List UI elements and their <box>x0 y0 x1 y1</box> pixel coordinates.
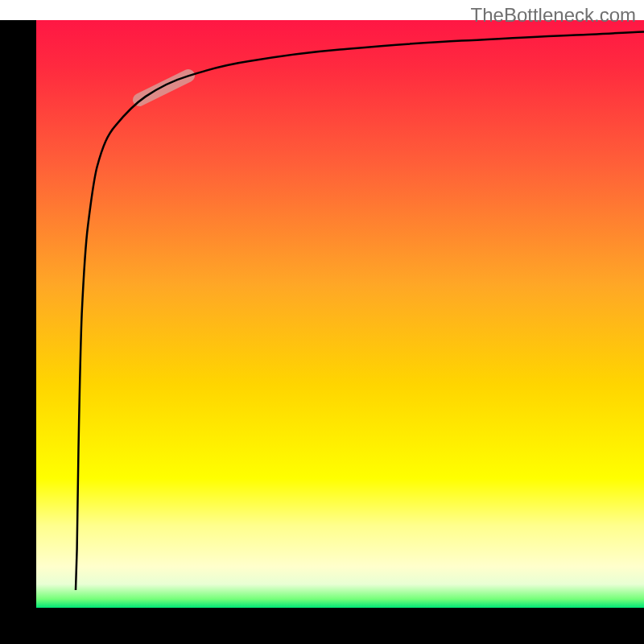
chart-container: TheBottleneck.com <box>0 0 644 644</box>
chart-svg <box>0 0 644 644</box>
y-axis-border <box>0 20 36 608</box>
x-axis-border <box>0 608 644 644</box>
plot-background <box>36 20 644 608</box>
watermark-text: TheBottleneck.com <box>471 4 636 27</box>
